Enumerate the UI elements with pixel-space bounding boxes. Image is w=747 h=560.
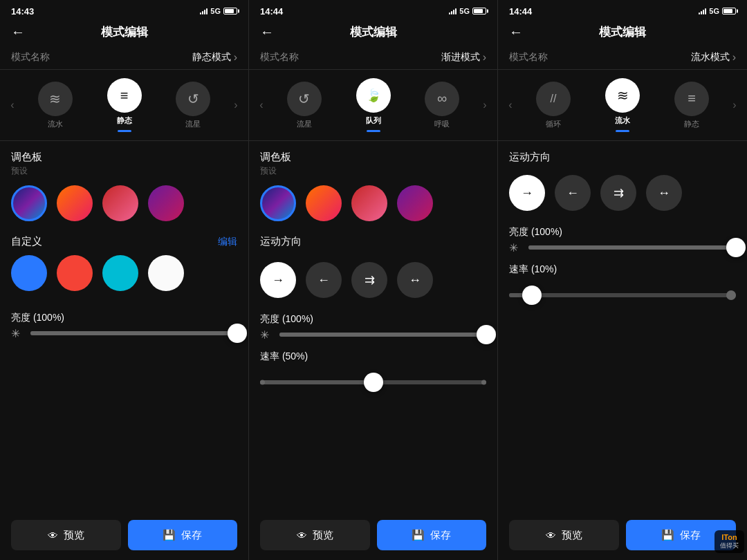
scroll-left-2: ‹ [255, 99, 268, 111]
battery-3 [722, 8, 736, 15]
preset-swatch-1-2[interactable] [57, 185, 93, 221]
mode-icon-liuxing-1[interactable]: ↺ 流星 [160, 82, 226, 129]
status-bar-1: 14:43 5G [0, 0, 248, 19]
mode-icon-jingtai-1[interactable]: ≡ 静态 [91, 78, 158, 132]
mode-icon-liushui-1[interactable]: ≋ 流水 [22, 82, 89, 129]
edit-link-1[interactable]: 编辑 [218, 236, 237, 248]
custom-header-1: 自定义 编辑 [11, 235, 237, 248]
dir-both-in-2[interactable]: ↔ [397, 262, 433, 298]
signal-bars-3 [699, 8, 706, 15]
dir-backward-2[interactable]: ← [306, 262, 342, 298]
mode-name-row-1[interactable]: 模式名称 静态模式 [0, 46, 248, 70]
active-indicator-2 [367, 130, 380, 132]
mode-icon-liuxing-2[interactable]: ↺ 流星 [271, 82, 338, 129]
dir-both-in-3[interactable]: ↔ [646, 175, 682, 211]
preview-button-2[interactable]: 👁 预览 [260, 520, 370, 550]
liushui-circle-3: ≋ [605, 78, 640, 113]
active-indicator-3 [616, 130, 629, 132]
phone-2: 14:44 5G ← 模式编辑 模式名称 渐进模式 ‹ ↺ 流星 [249, 0, 498, 560]
header-2: ← 模式编辑 [249, 19, 497, 46]
brightness-slider-2[interactable]: ✳ [260, 333, 486, 337]
preview-label-1: 预览 [64, 529, 84, 542]
preset-swatch-1-3[interactable] [102, 185, 138, 221]
brightness-title-2: 亮度 (100%) [260, 313, 486, 326]
mode-icon-liushui-3[interactable]: ≋ 流水 [589, 78, 656, 132]
save-icon-2: 💾 [412, 529, 425, 541]
preset-swatch-2-2[interactable] [306, 185, 342, 221]
preview-button-3[interactable]: 👁 预览 [509, 520, 619, 550]
signal-type-3: 5G [709, 7, 719, 15]
preset-swatch-1-4[interactable] [148, 185, 184, 221]
preview-label-2: 预览 [313, 529, 333, 542]
header-3: ← 模式编辑 [498, 19, 747, 46]
speed-thumb-2[interactable] [364, 373, 383, 392]
brightness-thumb-3[interactable] [726, 238, 746, 257]
back-button-1[interactable]: ← [11, 25, 25, 39]
liushui-circle-1: ≋ [38, 82, 73, 116]
brightness-track-3 [528, 245, 736, 250]
custom-title-1: 自定义 [11, 235, 42, 248]
custom-swatch-1-1[interactable] [11, 255, 47, 291]
time-3: 14:44 [509, 6, 532, 17]
preset-swatch-2-1[interactable] [260, 185, 296, 221]
mode-icon-huxi-2[interactable]: ∞ 呼吸 [409, 82, 475, 129]
preset-swatch-2-3[interactable] [351, 185, 387, 221]
brightness-icon-1: ✳ [11, 327, 20, 340]
mode-name-row-2[interactable]: 模式名称 渐进模式 [249, 46, 497, 70]
custom-swatch-1-4[interactable] [148, 255, 184, 291]
brightness-fill-2 [279, 333, 486, 337]
time-2: 14:44 [260, 6, 283, 17]
active-indicator-1 [118, 130, 131, 132]
palette-subtitle-1: 预设 [11, 165, 237, 177]
direction-section-2: 运动方向 [249, 235, 497, 256]
speed-track-2 [260, 380, 486, 384]
custom-swatch-1-3[interactable] [102, 255, 138, 291]
mode-value-3: 流水模式 [691, 51, 736, 64]
status-bar-2: 14:44 5G [249, 0, 497, 19]
speed-dot-right-2 [481, 380, 486, 385]
direction-title-2: 运动方向 [260, 235, 486, 248]
mode-icon-duilv-2[interactable]: 🍃 队列 [340, 78, 407, 132]
custom-swatch-1-2[interactable] [57, 255, 93, 291]
brightness-title-1: 亮度 (100%) [11, 312, 237, 324]
direction-buttons-3: → ← ⇉ ↔ [498, 169, 747, 221]
scroll-right-1: › [229, 99, 243, 111]
xunhuan-label-3: 循环 [546, 119, 561, 129]
brightness-section-3: 亮度 (100%) ✳ [498, 221, 747, 258]
dir-forward-2[interactable]: → [260, 262, 296, 298]
save-button-2[interactable]: 💾 保存 [377, 520, 487, 550]
mode-value-1: 静态模式 [192, 51, 237, 64]
preset-swatch-2-4[interactable] [397, 185, 433, 221]
speed-title-2: 速率 (50%) [260, 351, 486, 363]
speed-slider-3[interactable] [509, 283, 736, 308]
back-button-2[interactable]: ← [260, 25, 274, 39]
mode-name-row-3[interactable]: 模式名称 流水模式 [498, 46, 747, 70]
save-label-2: 保存 [430, 529, 451, 542]
preset-swatch-1-1[interactable] [11, 185, 47, 221]
preview-button-1[interactable]: 👁 预览 [11, 520, 121, 550]
status-icons-2: 5G [449, 7, 486, 15]
mode-icon-xunhuan-3[interactable]: // 循环 [520, 82, 587, 129]
save-button-1[interactable]: 💾 保存 [128, 520, 238, 550]
brightness-slider-3[interactable]: ✳ [509, 245, 736, 250]
brightness-section-1: 亮度 (100%) ✳ [0, 306, 248, 344]
brightness-thumb-1[interactable] [228, 324, 247, 343]
brightness-slider-1[interactable]: ✳ [11, 331, 237, 335]
speed-thumb-3[interactable] [522, 286, 542, 305]
mode-label-3: 模式名称 [509, 51, 548, 64]
color-palette-section-2: 调色板 预设 [249, 141, 497, 235]
scroll-left-1: ‹ [6, 99, 19, 111]
back-button-3[interactable]: ← [509, 25, 523, 39]
dir-backward-3[interactable]: ← [555, 175, 591, 211]
brightness-thumb-2[interactable] [477, 325, 496, 344]
direction-title-3: 运动方向 [509, 151, 736, 164]
brightness-title-3: 亮度 (100%) [509, 226, 736, 239]
dir-both-out-3[interactable]: ⇉ [600, 175, 636, 211]
speed-slider-2[interactable] [260, 370, 486, 395]
mode-icons-row-3: ‹ // 循环 ≋ 流水 ≡ 静态 › [498, 70, 747, 141]
save-label-1: 保存 [181, 529, 202, 542]
phones-container: 14:43 5G ← 模式编辑 模式名称 静态模式 ‹ ≋ 流水 [0, 0, 747, 560]
dir-both-out-2[interactable]: ⇉ [351, 262, 387, 298]
dir-forward-3[interactable]: → [509, 175, 545, 211]
mode-icon-jingtai-3[interactable]: ≡ 静态 [658, 82, 725, 129]
